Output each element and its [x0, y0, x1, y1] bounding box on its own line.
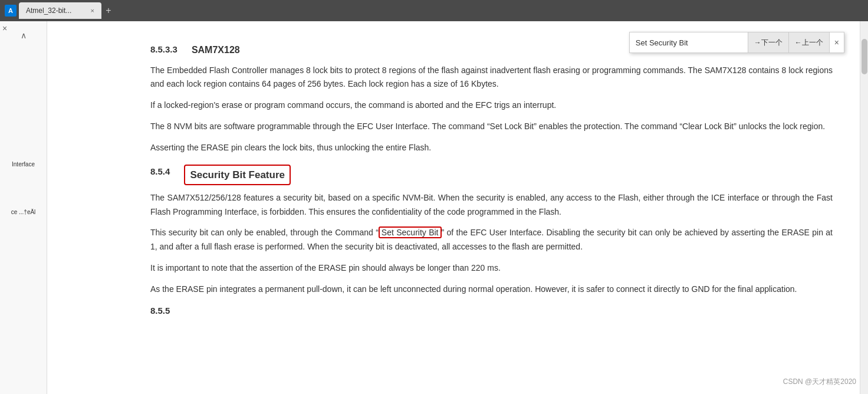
search-next-button[interactable]: →下一个 [748, 32, 788, 52]
search-input[interactable] [630, 38, 748, 47]
csdn-watermark: CSDN @天才精英2020 [783, 377, 856, 387]
section-854-number: 8.5.4 [150, 165, 170, 179]
search-prev-button[interactable]: ←上一个 [788, 32, 829, 52]
new-tab-button[interactable]: + [101, 4, 116, 18]
document-content: 8.5.3.3 SAM7X128 The Embedded Flash Cont… [47, 21, 868, 394]
section-853-title: SAM7X128 [192, 42, 240, 58]
tab-label: Atmel_32-bit... [26, 6, 71, 15]
browser-chrome: A Atmel_32-bit... × + [0, 0, 868, 21]
sidebar-item-alt: ce ...†eÄl [9, 206, 38, 218]
sidebar-scroll-up-btn[interactable]: ∧ [21, 31, 27, 40]
scrollbar-thumb[interactable] [862, 39, 867, 74]
paragraph-erase-pin: Asserting the ERASE pin clears the lock … [150, 141, 833, 155]
content-area: →下一个 ←上一个 × 8.5.3.3 SAM7X128 The Embedde… [47, 21, 868, 394]
search-bar: →下一个 ←上一个 × [629, 32, 844, 53]
main-layout: × ∧ Interface ce ...†eÄl →下一个 ←上一个 × 8.5… [0, 21, 868, 394]
paragraph-lock-bits: The Embedded Flash Controller manages 8 … [150, 64, 833, 92]
sidebar-item-interface[interactable]: Interface [9, 158, 37, 170]
paragraph-lock-region: If a locked-region's erase or program co… [150, 98, 833, 113]
paragraph-security-bit-intro: The SAM7X512/256/128 features a security… [150, 191, 833, 219]
section-853-number: 8.5.3.3 [150, 42, 177, 57]
tab-close-btn[interactable]: × [91, 7, 94, 14]
search-close-button[interactable]: × [829, 32, 844, 52]
highlighted-text: Set Security Bit [382, 228, 439, 237]
browser-icon: A [5, 5, 17, 17]
tab-bar: Atmel_32-bit... × + [19, 2, 863, 19]
para-part1: This security bit can only be enabled, t… [150, 228, 379, 237]
paragraph-erase-220ms: It is important to note that the asserti… [150, 261, 833, 275]
section-854-header: 8.5.4 Security Bit Feature [150, 165, 833, 185]
section-854-title: Security Bit Feature [184, 165, 291, 185]
scrollbar[interactable] [860, 21, 868, 394]
next-section-number: 8.5.5 [150, 306, 170, 316]
browser-tab[interactable]: Atmel_32-bit... × [19, 2, 101, 19]
paragraph-security-bit-command: This security bit can only be enabled, t… [150, 226, 833, 254]
sidebar: × ∧ Interface ce ...†eÄl [0, 21, 47, 394]
paragraph-erase-pulldown: As the ERASE pin integrates a permanent … [150, 283, 833, 297]
sidebar-close-btn[interactable]: × [2, 24, 7, 33]
paragraph-nvm-bits: The 8 NVM bits are software programmable… [150, 120, 833, 134]
next-section-indicator: 8.5.5 [150, 304, 833, 318]
highlight-set-security-bit: Set Security Bit [379, 226, 442, 238]
